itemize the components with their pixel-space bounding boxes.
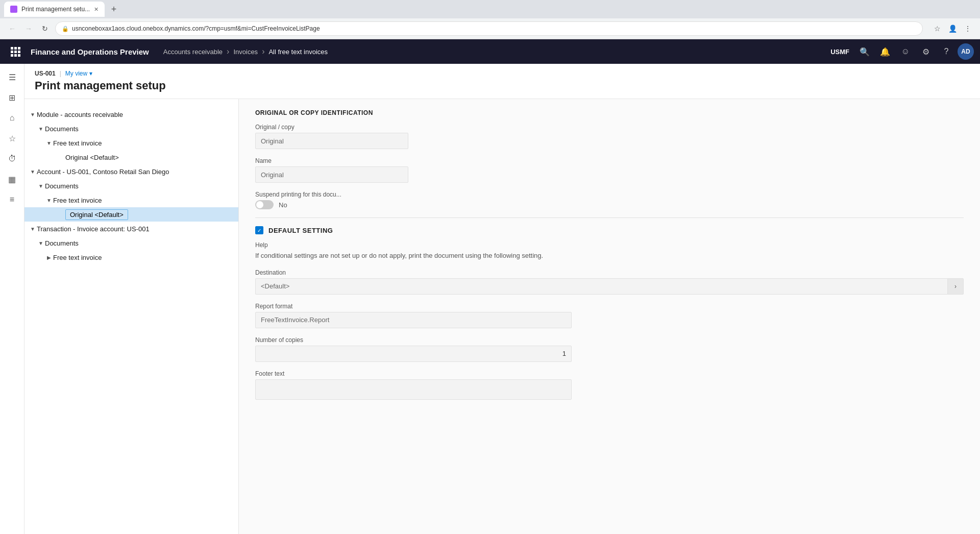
address-bar: ← → ↻ 🔒 usnconeboxax1aos.cloud.onebox.dy…	[0, 18, 980, 39]
browser-actions: ☆ 👤 ⋮	[931, 22, 974, 35]
tree-node-docs1[interactable]: ▼ Documents	[24, 122, 238, 136]
active-tab[interactable]: Print management setu... ✕	[4, 2, 105, 17]
sidebar-workspaces-icon[interactable]: ▦	[3, 170, 21, 188]
forward-button[interactable]: →	[22, 22, 35, 35]
back-button[interactable]: ←	[6, 22, 18, 35]
reload-button[interactable]: ↻	[39, 22, 51, 35]
view-chevron-icon: ▾	[89, 70, 92, 77]
meta-separator: |	[60, 70, 61, 77]
destination-expand-button[interactable]: ›	[947, 278, 964, 295]
tree-node-module[interactable]: ▼ Module - accounts receivable	[24, 107, 238, 122]
settings-button[interactable]: ⚙	[917, 42, 935, 61]
search-button[interactable]: 🔍	[855, 42, 874, 61]
destination-row: <Default> ›	[255, 278, 964, 295]
tree-arrow-fti2: ▼	[45, 196, 53, 204]
report-format-label: Report format	[255, 303, 964, 310]
tree-label-orig2-selected: Original <Default>	[65, 209, 128, 220]
identification-section-title: ORIGINAL OR COPY IDENTIFICATION	[255, 109, 964, 116]
original-copy-label: Original / copy	[255, 124, 964, 131]
feedback-button[interactable]: ☺	[896, 42, 915, 61]
content-area: US-001 | My view ▾ Print management setu…	[24, 64, 980, 534]
sidebar-favorites-icon[interactable]: ☆	[3, 129, 21, 148]
tree-arrow-orig1	[57, 153, 65, 161]
breadcrumb-accounts-receivable[interactable]: Accounts receivable	[163, 48, 223, 56]
top-nav: Finance and Operations Preview Accounts …	[0, 39, 980, 64]
tree-node-fti3[interactable]: ▶ Free text invoice	[24, 250, 238, 264]
destination-label: Destination	[255, 269, 964, 276]
footer-text-value[interactable]	[255, 379, 572, 400]
breadcrumb: Accounts receivable › Invoices › All fre…	[163, 47, 830, 56]
suspend-field: Suspend printing for this docu... No	[255, 191, 964, 209]
footer-text-field: Footer text	[255, 370, 964, 400]
tab-close-button[interactable]: ✕	[94, 6, 99, 13]
browser-chrome: Print management setu... ✕ + ← → ↻ 🔒 usn…	[0, 0, 980, 39]
tree-node-orig1[interactable]: Original <Default>	[24, 150, 238, 164]
notifications-button[interactable]: 🔔	[876, 42, 894, 61]
tree-label-fti2: Free text invoice	[53, 197, 102, 204]
page-title: Print management setup	[35, 79, 970, 99]
tab-label: Print management setu...	[21, 6, 90, 13]
breadcrumb-sep-1: ›	[227, 47, 229, 56]
tree-label-orig1: Original <Default>	[65, 154, 119, 161]
suspend-toggle[interactable]	[255, 200, 274, 209]
tree-node-docs3[interactable]: ▼ Documents	[24, 236, 238, 250]
suspend-label: Suspend printing for this docu...	[255, 191, 964, 198]
sidebar-home-icon[interactable]: ⌂	[3, 109, 21, 127]
tree-label-account: Account - US-001, Contoso Retail San Die…	[37, 168, 169, 176]
default-setting-checkbox[interactable]: ✓	[255, 226, 263, 234]
tab-favicon	[10, 6, 17, 13]
tree-label-transaction: Transaction - Invoice account: US-001	[37, 225, 150, 233]
original-copy-value: Original	[255, 133, 408, 149]
tree-label-docs2: Documents	[45, 182, 79, 190]
breadcrumb-invoices[interactable]: Invoices	[233, 48, 258, 56]
tree-panel: ▼ Module - accounts receivable ▼ Documen…	[24, 99, 239, 534]
default-setting-section: ✓ DEFAULT SETTING	[255, 226, 964, 234]
tree-node-orig2[interactable]: Original <Default>	[24, 207, 238, 222]
section-divider	[255, 217, 964, 218]
sidebar-recent-icon[interactable]: ⏱	[3, 150, 21, 168]
tree-label-docs3: Documents	[45, 239, 79, 247]
company-code: US-001	[35, 70, 56, 77]
profile-button[interactable]: 👤	[946, 22, 959, 35]
num-copies-field: Number of copies 1	[255, 336, 964, 362]
tree-node-fti1[interactable]: ▼ Free text invoice	[24, 136, 238, 150]
tree-arrow-fti1: ▼	[45, 139, 53, 147]
app-title: Finance and Operations Preview	[31, 47, 159, 56]
suspend-toggle-row: No	[255, 200, 964, 209]
sidebar-menu-icon[interactable]: ☰	[3, 68, 21, 86]
name-label: Name	[255, 157, 964, 164]
destination-value[interactable]: <Default>	[255, 278, 947, 295]
tree-arrow-account: ▼	[29, 167, 37, 176]
tree-arrow-transaction: ▼	[29, 225, 37, 233]
main-split: ▼ Module - accounts receivable ▼ Documen…	[24, 99, 980, 534]
help-button[interactable]: ?	[937, 42, 955, 61]
sidebar-modules-icon[interactable]: ≡	[3, 190, 21, 209]
help-text: If conditional settings are not set up o…	[255, 251, 964, 261]
sidebar-filter-icon[interactable]: ⊞	[3, 88, 21, 107]
tree-label-fti1: Free text invoice	[53, 139, 102, 147]
bookmark-button[interactable]: ☆	[931, 22, 943, 35]
tree-node-fti2[interactable]: ▼ Free text invoice	[24, 193, 238, 207]
tree-arrow-docs1: ▼	[37, 125, 45, 133]
menu-button[interactable]: ⋮	[962, 22, 974, 35]
user-avatar[interactable]: AD	[958, 43, 974, 60]
tree-node-transaction[interactable]: ▼ Transaction - Invoice account: US-001	[24, 222, 238, 236]
tree-node-account[interactable]: ▼ Account - US-001, Contoso Retail San D…	[24, 164, 238, 179]
page-meta: US-001 | My view ▾	[35, 70, 970, 77]
main-layout: ☰ ⊞ ⌂ ☆ ⏱ ▦ ≡ US-001 | My view ▾ Print m…	[0, 64, 980, 534]
new-tab-button[interactable]: +	[107, 2, 121, 16]
app-container: Finance and Operations Preview Accounts …	[0, 39, 980, 534]
breadcrumb-all-free-text-invoices[interactable]: All free text invoices	[268, 48, 328, 56]
company-badge: USMF	[830, 48, 849, 56]
num-copies-value[interactable]: 1	[255, 346, 572, 362]
tree-node-docs2[interactable]: ▼ Documents	[24, 179, 238, 193]
url-text: usnconeboxax1aos.cloud.onebox.dynamics.c…	[72, 25, 320, 32]
default-setting-label: DEFAULT SETTING	[268, 227, 333, 234]
tree-arrow-module: ▼	[29, 110, 37, 118]
url-bar[interactable]: 🔒 usnconeboxax1aos.cloud.onebox.dynamics…	[55, 21, 923, 36]
waffle-menu-button[interactable]	[6, 42, 24, 61]
suspend-value: No	[279, 201, 287, 209]
view-switcher[interactable]: My view ▾	[65, 70, 92, 77]
help-field: Help If conditional settings are not set…	[255, 241, 964, 261]
name-value[interactable]: Original	[255, 166, 408, 183]
